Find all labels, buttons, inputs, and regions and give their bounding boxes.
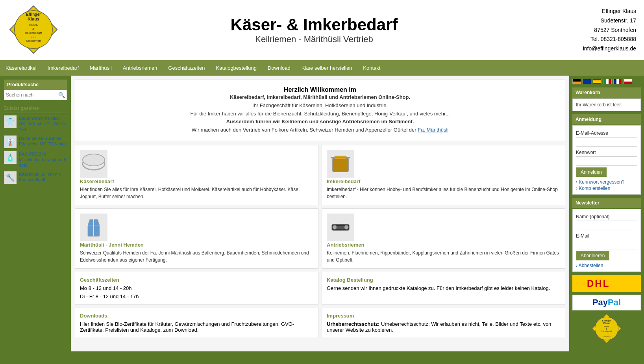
nav-imkereibedarf[interactable]: Imkereibedarf [42, 60, 84, 76]
newsletter-content: Name (optional) E-Mail Abonnieren Abbest… [572, 209, 641, 272]
flag-fr[interactable] [613, 79, 622, 84]
search-input[interactable] [6, 92, 58, 98]
svg-point-19 [344, 225, 348, 229]
paypal-logo: PayPal [572, 295, 641, 310]
recent-item-link[interactable]: Käsehobel 50 mm mit Kunststoffgriff [19, 171, 67, 183]
contact-name: Effinger Klaus [557, 7, 636, 16]
svg-text:Keilriemen: Keilriemen [603, 336, 611, 338]
right-sidebar: Warenkorb Ihr Warenkorb ist leer. Anmeld… [569, 76, 644, 351]
svg-rect-13 [331, 157, 350, 158]
login-button[interactable]: Anmelden [576, 167, 607, 177]
kaesereibedarf-title: Käsereibedarf [80, 178, 313, 184]
imkereibedarf-card: Imkereibedarf Imkereibedarf - Hier könne… [322, 145, 565, 205]
katalog-title: Katalog Bestellung [327, 277, 560, 283]
nav-maerithuesli[interactable]: Märithüsli [84, 60, 117, 76]
anmeldung-content: E-Mail-Adresse Kennwort Anmelden Kennwor… [572, 125, 641, 195]
flag-cz[interactable] [624, 79, 632, 84]
search-button[interactable]: 🔍 [58, 92, 65, 98]
welcome-line5: Ausserdem führen wir Keilriemen und sons… [226, 119, 414, 124]
maerithuesli-link[interactable]: Fa. Märithüsli [418, 127, 448, 133]
svg-text:Käser-: Käser- [29, 23, 38, 27]
downloads-text: Hier finden Sie Bio-Zertifikate für Kräu… [80, 321, 313, 333]
impressum-text: Urheberrechtsschutz: Urheberrechtsschutz… [327, 321, 560, 333]
recent-item-image: 👕 [4, 115, 17, 128]
contact-email: info@effingerklaus.de [557, 44, 636, 54]
site-subtitle: Keilriemen - Märithüsli Vertrieb [79, 34, 550, 45]
downloads-card: Downloads Hier finden Sie Bio-Zertifikat… [75, 308, 318, 338]
flag-de[interactable] [572, 79, 581, 84]
create-account-link[interactable]: Konto erstellen [576, 186, 637, 191]
subscribe-button[interactable]: Abonnieren [576, 251, 609, 260]
welcome-section: Herzlich Willkommen im Käsereibedarf, Im… [75, 80, 565, 141]
kaesereibedarf-card: Käsereibedarf Hier finden Sie alles für … [75, 145, 318, 205]
welcome-line3: Ihr Fachgeschäft für Käsereien, Hofkäser… [81, 102, 559, 110]
forgot-password-link[interactable]: Kennwort vergessen? [576, 179, 637, 185]
kaesereibedarf-text: Hier finden Sie alles für Ihre Käserei, … [80, 186, 313, 200]
svg-text:Imkerbedarf: Imkerbedarf [601, 331, 612, 332]
newsletter-email-field[interactable] [576, 240, 637, 249]
svg-point-10 [83, 154, 105, 166]
antriebsriemen-text: Keilriemen, Flachriemen, Rippenbänder, K… [327, 249, 560, 264]
recent-item-link[interactable]: Damenbluse Susanne Edelweiss MK EDW blau [19, 136, 67, 147]
email-field[interactable] [576, 137, 637, 147]
svg-text:Klaus: Klaus [603, 322, 611, 325]
impressum-card: Impressum Urheberrechtsschutz: Urheberre… [322, 308, 565, 338]
newsletter-header: Newsletter [572, 198, 641, 208]
svg-text:Klaus: Klaus [28, 17, 39, 21]
contact-phone: Tel. 08321-805888 [557, 35, 636, 44]
nav-antriebsriemen[interactable]: Antriebsriemen [117, 60, 163, 76]
svg-text:&: & [32, 27, 35, 31]
site-title: Käser- & Imkerbedarf [79, 16, 550, 34]
recent-item-image: 🔧 [4, 171, 17, 184]
svg-text:• • •: • • • [31, 35, 36, 39]
nav-kaeseiartikel[interactable]: Käsereiartikel [0, 60, 42, 76]
flag-en[interactable] [583, 79, 591, 84]
kaesereibedarf-image [80, 150, 107, 178]
search-header: Produktsuche [4, 80, 67, 90]
svg-text:Keilriemen: Keilriemen [26, 39, 41, 43]
warenkorb-header: Warenkorb [572, 87, 641, 98]
dhl-logo: DHL ●●●●● [572, 275, 641, 292]
recent-item-link[interactable]: BAC-PROBIO Mischkultur für Joghurt 5 dos… [19, 151, 67, 168]
nav-kaese-selber[interactable]: Käse selber herstellen [296, 60, 358, 76]
warenkorb-empty: Ihr Warenkorb ist leer. [572, 98, 641, 111]
effinger-logo-small: Effinger Klaus Käser- & Imkerbedarf • • … [591, 313, 622, 344]
nav-katalogbestellung[interactable]: Katalogbestellung [211, 60, 262, 76]
svg-text:Käser-: Käser- [604, 326, 610, 328]
recently-viewed-header: Zuletzt gesehen [4, 104, 67, 113]
unsubscribe-link[interactable]: Abbestellen [576, 263, 637, 268]
list-item: 👕 Bauernhemd hellblau OK für Kinder Gr. … [4, 115, 67, 132]
nav-download[interactable]: Download [262, 60, 296, 76]
antriebsriemen-image [327, 214, 354, 241]
nav-geschaeftszeiten[interactable]: Geschäftszeiten [163, 60, 210, 76]
maerithuesli-image [80, 214, 107, 241]
anmeldung-header: Anmeldung [572, 114, 641, 124]
flag-es[interactable] [593, 79, 601, 84]
recent-item-image: 👔 [4, 136, 17, 148]
language-flags [572, 79, 641, 84]
imkereibedarf-text: Imkereibedarf - Hier können Hobby- und B… [327, 186, 560, 200]
password-field[interactable] [576, 156, 637, 166]
geschaeftszeiten-title: Geschäftszeiten [80, 277, 313, 283]
maerithuesli-title: Märithüsli - Jenni Hemden [80, 241, 313, 248]
flag-it[interactable] [603, 79, 612, 84]
imkereibedarf-title: Imkereibedarf [327, 178, 560, 184]
antriebsriemen-title: Antriebsriemen [327, 241, 560, 248]
maerithuesli-card: Märithüsli - Jenni Hemden Schweizer Qual… [75, 208, 318, 269]
contact-area: Effinger Klaus Sudetenstr. 17 87527 Sont… [557, 7, 636, 54]
main-nav: Käsereiartikel Imkereibedarf Märithüsli … [0, 60, 644, 76]
list-item: 🔧 Käsehobel 50 mm mit Kunststoffgriff [4, 171, 67, 184]
recent-item-link[interactable]: Bauernhemd hellblau OK für Kinder Gr. 74… [19, 115, 67, 132]
svg-text:• • •: • • • [605, 333, 608, 335]
nav-kontakt[interactable]: Kontakt [357, 60, 386, 76]
geschaeftszeiten-card: Geschäftszeiten Mo 8 - 12 und 14 - 20h D… [75, 272, 318, 305]
search-box: 🔍 [4, 90, 67, 100]
list-item: 👔 Damenbluse Susanne Edelweiss MK EDW bl… [4, 136, 67, 148]
title-area: Käser- & Imkerbedarf Keilriemen - Märith… [71, 16, 557, 44]
welcome-line4: Für die Imker haben wir alles für die Bi… [81, 110, 559, 118]
svg-text:Imkerbedarf: Imkerbedarf [25, 31, 42, 35]
newsletter-name-field[interactable] [576, 221, 637, 230]
welcome-line6: Wir machen auch den Vertrieb von Folkore… [81, 126, 559, 134]
geschaeftszeiten-line1: Mo 8 - 12 und 14 - 20h [80, 285, 313, 291]
imkereibedarf-image [327, 150, 354, 178]
